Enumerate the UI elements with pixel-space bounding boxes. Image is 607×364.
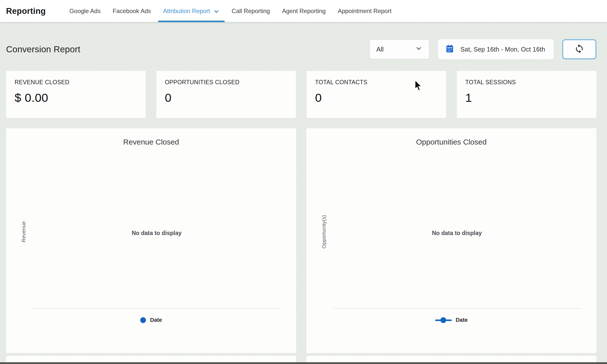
stat-value: $ 0.00 (15, 91, 137, 105)
chart-opportunities-closed: Opportunities Closed Opportunity(s) No d… (306, 128, 596, 353)
empty-chart-message: No data to display (132, 230, 181, 237)
stat-cards-row: REVENUE CLOSED $ 0.00 OPPORTUNITIES CLOS… (6, 71, 596, 118)
tab-appointment-report[interactable]: Appointment Report (338, 0, 391, 22)
tab-facebook-ads[interactable]: Facebook Ads (113, 0, 151, 22)
stat-card-revenue-closed: REVENUE CLOSED $ 0.00 (6, 71, 146, 118)
top-navigation-bar: Reporting Google Ads Facebook Ads Attrib… (0, 0, 607, 22)
report-controls: All Sat, Sep 16th (369, 39, 596, 59)
report-header: Conversion Report All (6, 39, 596, 59)
filter-dropdown-value: All (376, 46, 384, 53)
chart-title: Revenue Closed (6, 138, 296, 146)
date-range-label: Sat, Sep 16th - Mon, Oct 16th (460, 46, 545, 53)
y-axis-label: Opportunity(s) (321, 215, 327, 248)
x-axis-line (333, 308, 581, 309)
stat-value: 1 (465, 91, 588, 105)
chart-revenue-closed: Revenue Closed Revenue No data to displa… (6, 128, 296, 353)
filter-dropdown[interactable]: All (369, 39, 430, 59)
legend-circle-marker-icon (140, 317, 146, 323)
stat-card-total-contacts: TOTAL CONTACTS 0 (307, 71, 446, 118)
stat-value: 0 (165, 91, 287, 105)
tab-label: Facebook Ads (113, 8, 151, 15)
tab-label: Call Reporting (232, 8, 270, 15)
page-content: Conversion Report All (0, 39, 607, 364)
tab-label: Attribution Report (163, 8, 210, 15)
chevron-down-icon (415, 45, 423, 54)
stat-value: 0 (315, 91, 438, 105)
chart-legend[interactable]: Date (6, 317, 296, 323)
app-title: Reporting (6, 6, 46, 16)
chart-legend[interactable]: Date (306, 317, 596, 323)
refresh-icon (574, 44, 584, 55)
charts-row: Revenue Closed Revenue No data to displa… (6, 128, 596, 353)
stat-label: TOTAL CONTACTS (315, 79, 438, 86)
chevron-down-icon (213, 8, 220, 15)
tab-label: Appointment Report (338, 8, 391, 15)
tab-label: Agent Reporting (282, 8, 326, 15)
legend-label: Date (456, 317, 468, 323)
legend-label: Date (150, 317, 162, 323)
legend-line-circle-marker-icon (435, 317, 452, 323)
tab-label: Google Ads (69, 8, 101, 15)
y-axis-label: Revenue (21, 221, 27, 242)
tab-agent-reporting[interactable]: Agent Reporting (282, 0, 326, 22)
x-axis-line (32, 308, 281, 309)
calendar-icon (446, 44, 454, 54)
stat-card-total-sessions: TOTAL SESSIONS 1 (457, 71, 596, 118)
stat-label: OPPORTUNITIES CLOSED (165, 79, 287, 86)
tab-attribution-report[interactable]: Attribution Report (163, 0, 220, 22)
tab-call-reporting[interactable]: Call Reporting (232, 0, 270, 22)
stat-card-opportunities-closed: OPPORTUNITIES CLOSED 0 (156, 71, 296, 118)
date-range-picker[interactable]: Sat, Sep 16th - Mon, Oct 16th (438, 39, 554, 59)
stat-label: REVENUE CLOSED (15, 79, 137, 86)
screen-bottom-edge (0, 362, 607, 364)
chart-title: Opportunities Closed (306, 138, 596, 146)
empty-chart-message: No data to display (432, 230, 482, 237)
refresh-button[interactable] (562, 39, 596, 59)
tab-google-ads[interactable]: Google Ads (69, 0, 101, 22)
page-title: Conversion Report (6, 44, 80, 54)
stat-label: TOTAL SESSIONS (465, 79, 588, 86)
